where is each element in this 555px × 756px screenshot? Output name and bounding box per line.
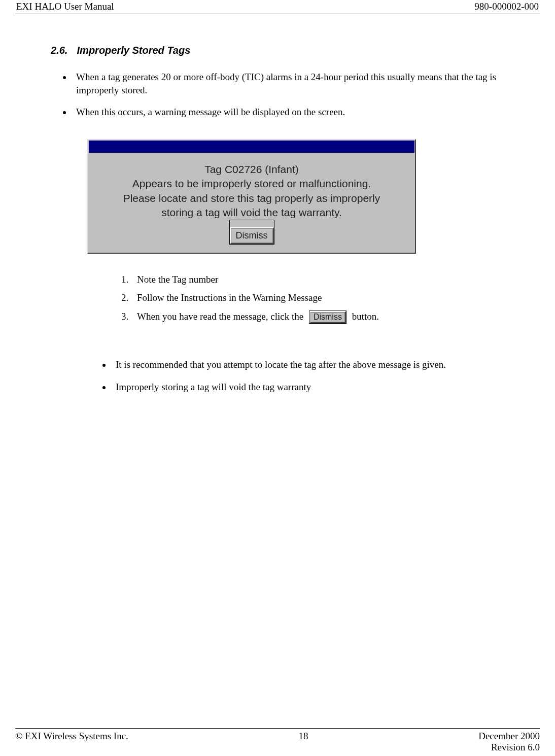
dialog-text-line: Appears to be improperly stored or malfu…	[94, 177, 409, 191]
warning-dialog: Tag C02726 (Infant) Appears to be improp…	[87, 139, 416, 254]
section-number: 2.6.	[51, 45, 74, 56]
dismiss-button-inline[interactable]: Dismiss	[309, 311, 346, 323]
dialog-text-line: Tag C02726 (Infant)	[94, 162, 409, 177]
steps-list: Note the Tag number Follow the Instructi…	[117, 274, 504, 324]
step-item: When you have read the message, click th…	[131, 311, 504, 324]
list-item: Improperly storing a tag will void the t…	[112, 382, 504, 393]
section-title: Improperly Stored Tags	[77, 45, 191, 56]
intro-bullet-list: When a tag generates 20 or more off-body…	[62, 71, 504, 119]
step-text-before: When you have read the message, click th…	[137, 311, 303, 322]
dismiss-button[interactable]: Dismiss	[230, 227, 274, 244]
dialog-titlebar	[88, 140, 415, 153]
step-item: Note the Tag number	[131, 274, 504, 285]
page-header: EXI HALO User Manual 980-000002-000	[15, 0, 540, 14]
list-item: When a tag generates 20 or more off-body…	[72, 71, 504, 96]
dialog-body: Tag C02726 (Infant) Appears to be improp…	[88, 153, 415, 253]
list-item: When this occurs, a warning message will…	[72, 106, 504, 119]
dialog-text-line: storing a tag will void the tag warranty…	[94, 205, 409, 220]
section-heading: 2.6. Improperly Stored Tags	[51, 45, 504, 56]
footer-revision: Revision 6.0	[491, 742, 540, 752]
step-item: Follow the Instructions in the Warning M…	[131, 292, 504, 303]
header-title: EXI HALO User Manual	[16, 1, 114, 12]
closing-bullet-list: It is recommended that you attempt to lo…	[101, 359, 504, 393]
step-text-after: button.	[352, 311, 379, 322]
header-docnum: 980-000002-000	[474, 1, 539, 12]
page-footer: © EXI Wireless Systems Inc. 18 December …	[15, 728, 540, 753]
list-item: It is recommended that you attempt to lo…	[112, 359, 504, 370]
footer-page-number: 18	[299, 731, 308, 742]
footer-copyright: © EXI Wireless Systems Inc.	[15, 731, 128, 742]
dialog-text-line: Please locate and store this tag properl…	[94, 191, 409, 205]
footer-date: December 2000	[478, 731, 540, 742]
